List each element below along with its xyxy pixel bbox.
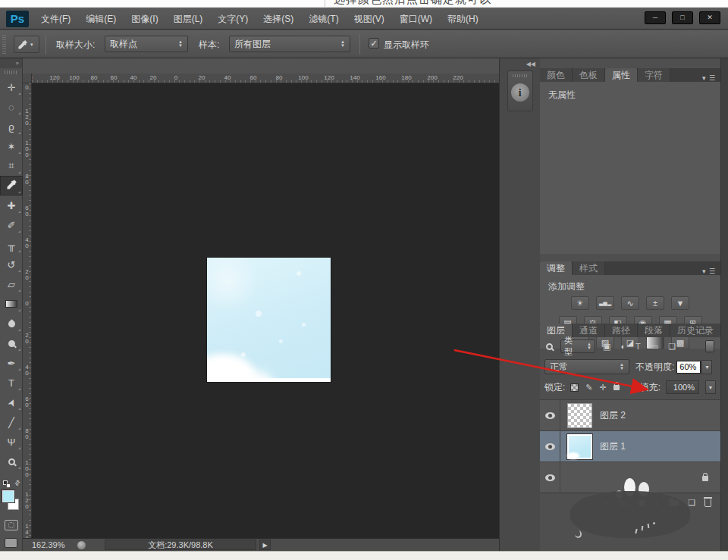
zoom-level[interactable]: 162.39% (32, 540, 64, 549)
filter-type-layers-icon[interactable]: T (635, 342, 641, 352)
adj-exposure[interactable]: ± (646, 296, 664, 310)
adj-levels[interactable]: ▃▅▂ (596, 296, 614, 310)
healing-brush-tool[interactable]: ✚ (0, 196, 23, 215)
visibility-toggle[interactable] (540, 431, 560, 462)
visibility-toggle[interactable] (540, 462, 560, 493)
line-tool[interactable]: ╱ (0, 412, 23, 432)
eye-icon (545, 443, 555, 450)
lasso-tool[interactable]: ϱ (0, 117, 23, 136)
crop-tool[interactable]: ⌗ (0, 156, 23, 176)
fill-value[interactable]: 100% (666, 380, 699, 394)
updown-icon: ▲▼ (172, 40, 183, 48)
gradient-tool[interactable] (0, 294, 23, 314)
filter-pixel-layers-icon[interactable]: ▣ (603, 342, 610, 352)
layer-row-1[interactable]: 图层 1 (540, 431, 720, 462)
type-tool[interactable]: T (0, 373, 23, 393)
ruler-label: 1 4 0 (23, 524, 31, 538)
menu-item-5[interactable]: 选择(S) (256, 8, 301, 30)
marquee-tool[interactable]: ◌ (0, 97, 23, 117)
menu-item-6[interactable]: 滤镜(T) (301, 8, 346, 30)
lock-transparency-icon[interactable] (570, 383, 579, 393)
tab-properties-2[interactable]: 属性 (605, 68, 638, 82)
close-button[interactable]: ✕ (699, 11, 720, 24)
photoshop-window: Ps 文件(F)编辑(E)图像(I)图层(L)文字(Y)选择(S)滤镜(T)视图… (0, 8, 728, 551)
opacity-input[interactable]: 60% (676, 361, 701, 374)
fill-caret[interactable]: ▼ (705, 380, 716, 394)
menu-item-4[interactable]: 文字(Y) (210, 8, 256, 30)
menu-item-8[interactable]: 窗口(W) (392, 8, 440, 30)
show-sampling-ring-checkbox[interactable]: ✓ (369, 38, 379, 48)
sample-select[interactable]: 所有图层 ▲▼ (229, 36, 350, 52)
menu-item-3[interactable]: 图层(L) (166, 8, 211, 30)
adj-vibrance[interactable]: ▼ (671, 296, 689, 310)
filter-shape-layers-icon[interactable]: ▭ (651, 342, 658, 352)
filter-adjustment-layers-icon[interactable]: ◐ (620, 342, 626, 352)
history-brush-tool[interactable]: ↺ (0, 255, 23, 274)
brush-tool[interactable]: ✐ (0, 215, 23, 235)
adj-curves[interactable]: ∿ (621, 296, 639, 310)
adj-brightness-contrast[interactable]: ☀ (571, 296, 589, 310)
updown-icon: ▲▼ (334, 40, 345, 48)
menu-item-0[interactable]: 文件(F) (33, 8, 78, 30)
delete-layer-icon (704, 499, 711, 507)
info-panel-button[interactable]: i (507, 70, 533, 111)
collapsed-panel-dock: ◀◀ i (499, 58, 540, 551)
lock-paint-icon-icon: ✎ (585, 383, 592, 393)
dodge-tool[interactable] (0, 333, 23, 353)
opacity-caret[interactable]: ▼ (701, 360, 712, 374)
menu-item-1[interactable]: 编辑(E) (78, 8, 124, 30)
dock-collapse-button[interactable]: ◀◀ (500, 58, 540, 67)
path-selection-tool[interactable]: ➤ (0, 393, 23, 412)
delete-layer-icon[interactable] (704, 499, 711, 507)
adjustments-tab-row: 调整样式▾ ☰ (540, 261, 720, 275)
blur-tool[interactable] (0, 314, 23, 333)
eyedropper-preset-button[interactable]: ▾ (14, 36, 39, 53)
lock-all-icon[interactable] (613, 383, 620, 393)
page-background-strip: 选择颜色然后点击确定就可以 (0, 0, 728, 8)
layer-thumbnail[interactable] (567, 434, 592, 459)
menu-item-9[interactable]: 帮助(H) (440, 8, 486, 30)
blend-mode-select[interactable]: 正常 ▲▼ (544, 359, 629, 374)
eyedropper-tool[interactable] (0, 176, 23, 196)
tab-properties-0[interactable]: 颜色 (540, 68, 573, 82)
tab-adjustments-0[interactable]: 调整 (540, 261, 573, 275)
panel-menu-icon[interactable]: ▾ ☰ (702, 74, 720, 82)
tab-properties-1[interactable]: 色板 (573, 68, 605, 82)
layer-thumbnail[interactable] (567, 403, 592, 428)
magic-wand-tool[interactable]: ✶ (0, 136, 23, 156)
tab-properties-3[interactable]: 字符 (638, 68, 670, 82)
tab-layers-4[interactable]: 历史记录 (670, 324, 721, 337)
lock-paint-icon[interactable]: ✎ (585, 383, 592, 393)
layer-name: 图层 1 (600, 440, 626, 453)
eraser-tool-icon: ▱ (8, 279, 15, 290)
minimize-button[interactable]: ─ (645, 11, 666, 24)
menu-item-7[interactable]: 视图(V) (347, 8, 392, 30)
quick-mask-button[interactable] (5, 520, 18, 530)
screen-mode-button[interactable] (5, 538, 17, 548)
ruler-label: 2 0 (23, 333, 31, 345)
sample-size-select[interactable]: 取样点 ▲▼ (105, 36, 188, 52)
panel-menu-icon[interactable]: ▾ ☰ (702, 267, 720, 275)
status-expand-button[interactable]: ▶ (259, 540, 271, 550)
zoom-tool[interactable] (0, 452, 23, 471)
menu-item-2[interactable]: 图像(I) (124, 8, 165, 30)
move-tool[interactable]: ✛ (0, 77, 23, 97)
tab-layers-2[interactable]: 路径 (605, 324, 638, 337)
tab-layers-3[interactable]: 段落 (638, 324, 670, 337)
filter-toggle-icon[interactable] (705, 340, 714, 352)
hand-tool[interactable]: Ψ (0, 432, 23, 452)
foreground-color-swatch[interactable] (2, 490, 14, 502)
eraser-tool[interactable]: ▱ (0, 274, 23, 294)
pen-tool[interactable]: ✒ (0, 353, 23, 373)
visibility-toggle[interactable] (540, 400, 560, 431)
swap-colors-icon[interactable]: ⇄ (13, 478, 22, 487)
toolbar-collapse-button[interactable]: » (0, 58, 22, 68)
filter-kind-select[interactable]: 类型 ▲▼ (560, 339, 595, 353)
new-layer-icon[interactable]: ❏ (688, 498, 695, 508)
filter-smart-objects-icon[interactable]: ❏ (668, 342, 676, 352)
tab-adjustments-1[interactable]: 样式 (573, 261, 605, 275)
lock-position-icon[interactable]: ✛ (600, 383, 607, 393)
layer-row-0[interactable]: 图层 2 (540, 400, 720, 431)
maximize-button[interactable]: □ (672, 11, 693, 24)
clone-stamp-tool[interactable]: ╥ (0, 235, 23, 255)
